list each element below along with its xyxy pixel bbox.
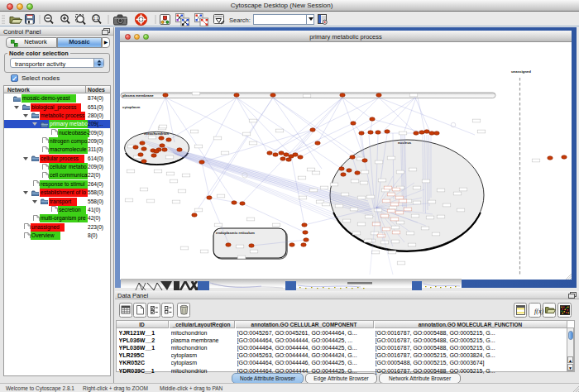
svg-text:unassigned: unassigned <box>511 69 531 74</box>
svg-text:mitochondrion: mitochondrion <box>144 131 169 136</box>
svg-text:endoplasmic reticulum: endoplasmic reticulum <box>216 231 255 235</box>
svg-text:1:1: 1:1 <box>93 17 99 21</box>
svg-text:nucleus: nucleus <box>398 141 412 145</box>
svg-text:plasma membrane: plasma membrane <box>122 93 154 98</box>
svg-text:cytoplasm: cytoplasm <box>122 105 140 109</box>
svg-text:f(x): f(x) <box>534 308 543 315</box>
